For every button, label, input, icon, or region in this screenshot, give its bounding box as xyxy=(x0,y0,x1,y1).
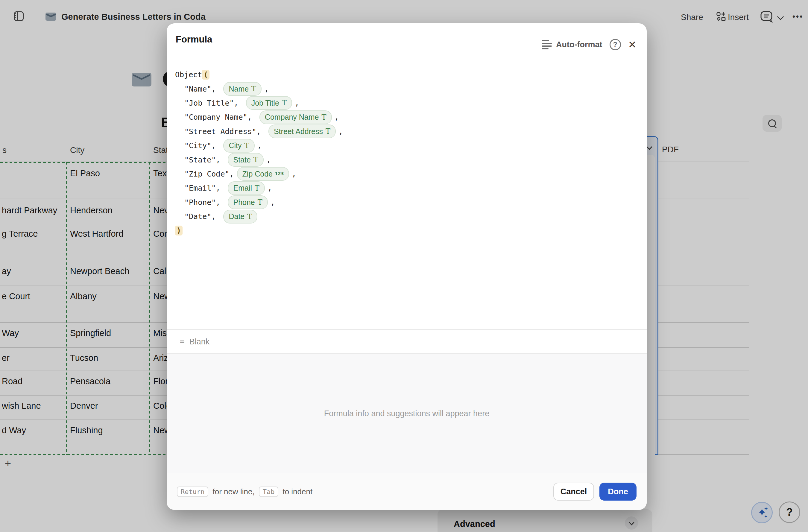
code-line: "Company Name", Company NameT, xyxy=(175,110,641,124)
code-line: "City", CityT, xyxy=(175,139,641,152)
open-paren: ( xyxy=(202,70,209,79)
formula-help-button[interactable]: ? xyxy=(610,39,621,50)
question-mark-icon: ? xyxy=(613,41,617,49)
autoformat-button[interactable]: Auto-format xyxy=(541,40,602,49)
text-type-icon: T xyxy=(326,127,330,135)
close-paren: ) xyxy=(175,226,183,236)
code-line: "Phone", PhoneT, xyxy=(175,196,641,209)
code-line: "Date", DateT xyxy=(175,209,641,223)
dialog-footer: Return for new line, Tab to indent Cance… xyxy=(167,473,647,510)
keyboard-hints: Return for new line, Tab to indent xyxy=(177,487,312,497)
code-line: "Name", NameT, xyxy=(175,82,641,96)
function-name: Object xyxy=(175,70,202,79)
code-line: ) xyxy=(175,223,641,238)
code-line: "Zip Code",Zip Code123, xyxy=(175,167,641,181)
formula-result-row: = Blank xyxy=(167,329,647,354)
column-chip[interactable]: CityT xyxy=(223,139,254,152)
column-chip[interactable]: DateT xyxy=(223,210,257,223)
suggestions-placeholder: Formula info and suggestions will appear… xyxy=(324,409,489,418)
column-chip[interactable]: StateT xyxy=(228,153,263,167)
text-type-icon: T xyxy=(244,142,249,150)
tab-key: Tab xyxy=(259,487,279,497)
autoformat-label: Auto-format xyxy=(556,40,602,49)
done-button[interactable]: Done xyxy=(600,483,637,500)
text-type-icon: T xyxy=(258,198,262,206)
cancel-button[interactable]: Cancel xyxy=(553,483,594,500)
code-line: "Street Address", Street AddressT, xyxy=(175,125,641,139)
dialog-title: Formula xyxy=(176,34,212,45)
formula-editor[interactable]: Object( "Name", NameT, "Job Title", Job … xyxy=(175,68,641,238)
suggestions-panel: Formula info and suggestions will appear… xyxy=(167,353,647,473)
column-chip[interactable]: Street AddressT xyxy=(269,125,336,138)
code-line: "State", StateT, xyxy=(175,152,641,167)
code-line: Object( xyxy=(175,68,641,82)
autoformat-icon xyxy=(541,40,552,49)
column-chip[interactable]: EmailT xyxy=(228,181,265,195)
return-key: Return xyxy=(177,487,208,497)
text-type-icon: T xyxy=(255,184,259,192)
code-line: "Email", EmailT, xyxy=(175,181,641,195)
code-line: "Job Title", Job TitleT, xyxy=(175,96,641,110)
text-type-icon: T xyxy=(254,155,258,164)
column-chip[interactable]: Job TitleT xyxy=(246,96,292,110)
number-type-icon: 123 xyxy=(275,171,284,177)
column-chip[interactable]: NameT xyxy=(223,82,261,96)
result-value: Blank xyxy=(189,337,210,347)
text-type-icon: T xyxy=(322,113,326,122)
column-chip[interactable]: PhoneT xyxy=(228,196,268,209)
equals-icon: = xyxy=(180,337,185,346)
text-type-icon: T xyxy=(251,85,256,93)
column-chip[interactable]: Company NameT xyxy=(259,110,332,124)
formula-dialog: Formula Auto-format ? ✕ Object( "Name", … xyxy=(167,23,647,510)
close-button[interactable]: ✕ xyxy=(628,39,637,50)
text-type-icon: T xyxy=(282,99,287,107)
column-chip[interactable]: Zip Code123 xyxy=(237,167,289,181)
text-type-icon: T xyxy=(247,213,252,221)
